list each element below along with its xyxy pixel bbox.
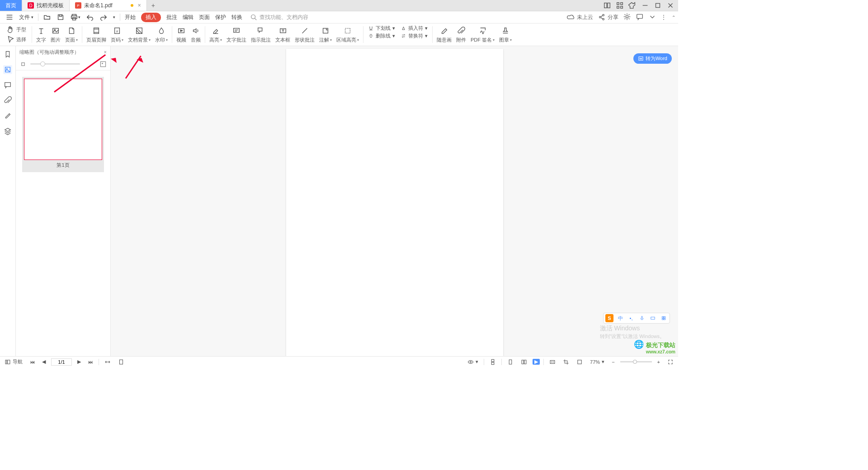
insert-pointnote[interactable]: 指示批注	[249, 24, 273, 46]
ime-toolbox-icon[interactable]	[660, 314, 668, 322]
insert-pagenum[interactable]: #页码▾	[108, 24, 126, 46]
menu-edit[interactable]: 编辑	[180, 11, 196, 23]
tab-home[interactable]: 首页	[0, 0, 22, 11]
settings-icon[interactable]	[623, 13, 631, 22]
insert-underline[interactable]: 下划线▾	[367, 24, 396, 32]
thumb-large-icon[interactable]	[99, 61, 107, 68]
sogou-icon[interactable]: S	[605, 314, 613, 322]
menu-insert[interactable]: 插入	[138, 11, 164, 23]
grid-icon[interactable]	[616, 1, 624, 9]
menu-page[interactable]: 页面	[196, 11, 212, 23]
select-tool[interactable]: 选择	[5, 34, 28, 44]
next-page[interactable]: ▶	[75, 359, 83, 365]
insert-note[interactable]: 注解▾	[317, 24, 334, 46]
insert-pdfsign[interactable]: PDF 签名▾	[468, 24, 497, 46]
crop-icon[interactable]	[561, 358, 571, 366]
insert-attachment[interactable]: 附件	[454, 24, 468, 46]
zoom-out[interactable]: −	[610, 359, 616, 365]
layers-tab[interactable]	[3, 127, 12, 136]
attachments-tab[interactable]	[3, 96, 12, 105]
redo-icon[interactable]	[97, 11, 110, 23]
hamburger-icon[interactable]	[3, 11, 16, 23]
nav-toggle[interactable]: 导航	[3, 358, 24, 365]
chevron-up-icon[interactable]: ⌃	[672, 15, 675, 20]
thumb-size-slider[interactable]	[30, 63, 80, 65]
page-input[interactable]	[51, 358, 72, 366]
zoom-in[interactable]: +	[656, 359, 662, 365]
thumb-small-icon[interactable]	[19, 61, 27, 68]
zoom-level[interactable]: 77% ▾	[588, 359, 606, 365]
kebab-icon[interactable]: ⋮	[661, 14, 667, 20]
close-panel-icon[interactable]: ×	[104, 49, 107, 55]
window-close-icon[interactable]	[666, 1, 675, 9]
tab-templates[interactable]: D 找稻壳模板	[22, 0, 70, 11]
fitpage-icon[interactable]	[575, 358, 585, 366]
insert-textnote[interactable]: 文字批注	[224, 24, 249, 46]
thumbnail-tab[interactable]	[3, 65, 12, 74]
view-eye-icon[interactable]: ▾	[466, 358, 480, 366]
undo-icon[interactable]	[83, 11, 97, 23]
save-icon[interactable]	[54, 11, 67, 23]
fit-width-icon[interactable]	[103, 358, 113, 366]
insert-watermark[interactable]: 水印▾	[153, 24, 170, 46]
skin-icon[interactable]	[628, 1, 637, 9]
insert-audio[interactable]: 音频	[189, 24, 203, 46]
two-page-icon[interactable]	[519, 358, 529, 366]
onetoone-icon[interactable]	[547, 358, 557, 366]
insert-image[interactable]: 图片	[48, 24, 63, 46]
print-icon[interactable]: ▾	[67, 11, 83, 23]
insert-textbox[interactable]: 文本框	[273, 24, 292, 46]
thumbnail-page-1[interactable]: 第1页	[22, 77, 104, 172]
close-tab-icon[interactable]: ×	[138, 2, 141, 9]
ime-punct-icon[interactable]: •,	[627, 314, 635, 322]
insert-shapenote[interactable]: 形状批注	[292, 24, 317, 46]
insert-stamp[interactable]: 图章▾	[497, 24, 514, 46]
insert-video[interactable]: 视频	[174, 24, 189, 46]
insert-replacechar[interactable]: 替换符▾	[400, 32, 429, 40]
menu-annotate[interactable]: 批注	[164, 11, 180, 23]
insert-headerfooter[interactable]: 页眉页脚	[84, 24, 108, 46]
last-page[interactable]: ⏭	[86, 359, 95, 365]
share-button[interactable]: 分享	[598, 13, 618, 21]
comments-tab[interactable]	[3, 80, 12, 89]
zoom-slider[interactable]	[620, 361, 652, 362]
menu-convert[interactable]: 转换	[229, 11, 245, 23]
fullscreen-icon[interactable]	[665, 358, 675, 366]
insert-docbg[interactable]: 文档背景▾	[126, 24, 153, 46]
prev-page[interactable]: ◀	[40, 359, 47, 365]
document-canvas[interactable]	[111, 46, 678, 356]
search-box[interactable]: 查找功能、文档内容	[250, 13, 308, 21]
menu-protect[interactable]: 保护	[212, 11, 229, 23]
cloud-status[interactable]: 未上云	[567, 13, 593, 21]
insert-page[interactable]: 页面▾	[63, 24, 80, 46]
insert-text[interactable]: 文字	[34, 24, 48, 46]
layout-icon[interactable]	[603, 1, 611, 9]
insert-areahl[interactable]: 区域高亮▾	[334, 24, 361, 46]
file-menu[interactable]: 文件 ▾	[16, 11, 36, 23]
ime-mic-icon[interactable]	[638, 314, 646, 322]
tab-document[interactable]: P 未命名1.pdf ×	[70, 0, 147, 11]
ime-lang[interactable]: 中	[616, 314, 624, 322]
collapse-icon[interactable]	[648, 13, 656, 22]
single-page-icon[interactable]	[505, 358, 515, 366]
maximize-icon[interactable]	[654, 1, 662, 9]
hand-tool[interactable]: 手型	[5, 24, 28, 34]
signatures-tab[interactable]	[3, 111, 12, 120]
menu-start[interactable]: 开始	[122, 11, 138, 23]
add-tab-button[interactable]: +	[147, 0, 160, 11]
first-page[interactable]: ⏮	[28, 359, 37, 365]
open-icon[interactable]	[40, 11, 54, 23]
continuous-icon[interactable]	[488, 358, 498, 366]
insert-insertchar[interactable]: 插入符▾	[400, 24, 429, 32]
ime-keyboard-icon[interactable]	[649, 314, 657, 322]
bookmark-tab[interactable]	[3, 50, 12, 59]
fit-page-icon[interactable]	[116, 358, 126, 366]
insert-highlight[interactable]: 高亮▾	[207, 24, 224, 46]
minimize-icon[interactable]	[641, 1, 649, 9]
play-icon[interactable]: ▶	[533, 359, 540, 365]
insert-strikeout[interactable]: 删除线▾	[367, 32, 396, 40]
more-qat-icon[interactable]: ▾	[110, 11, 118, 23]
convert-to-word-button[interactable]: 转为Word	[633, 53, 672, 64]
comment-icon[interactable]	[636, 13, 644, 22]
insert-freedraw[interactable]: 随意画	[434, 24, 454, 46]
